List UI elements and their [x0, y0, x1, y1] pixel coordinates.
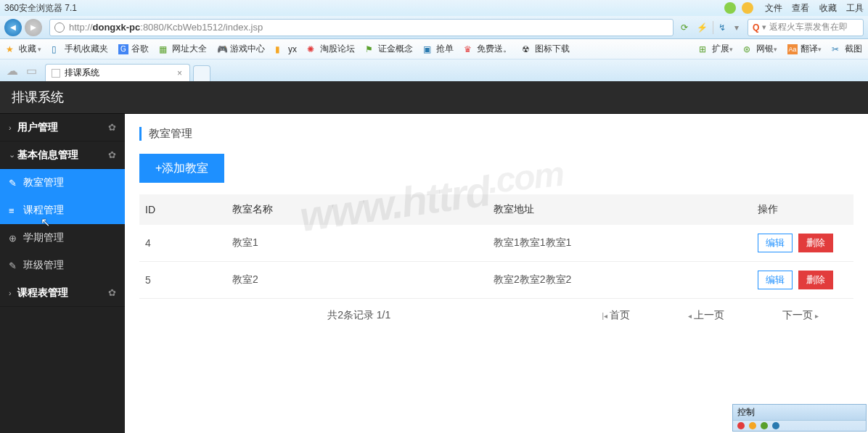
star-icon: ★	[6, 44, 16, 54]
sidebar: › 用户管理 ✿ ⌄ 基本信息管理 ✿ ✎ 教室管理 ≡ 课程管理 ↖ ⊕ 学期…	[0, 114, 125, 433]
pager-prev[interactable]: ◂上一页	[688, 309, 724, 322]
tab-title: 排课系统	[65, 67, 176, 79]
forward-button[interactable]: ►	[25, 19, 42, 36]
google-icon: G	[118, 44, 128, 54]
status-icon-green	[724, 2, 736, 14]
dropdown-icon[interactable]: ▾	[730, 21, 743, 34]
bookmark-phone[interactable]: ▯手机收藏夹	[52, 43, 108, 55]
bookmark-bank[interactable]: ⊛网银 ▾	[743, 43, 777, 55]
prev-icon: ◂	[688, 312, 692, 320]
sidebar-item-class[interactable]: ✎ 班级管理	[0, 252, 125, 279]
search-placeholder: 返程火车票发售在即	[769, 21, 848, 33]
pencil-icon: ✎	[9, 260, 23, 271]
delete-button[interactable]: 删除	[798, 271, 833, 289]
next-icon: ▸	[815, 312, 819, 320]
control-panel-body	[733, 421, 866, 431]
window-title: 360安全浏览器 7.1	[4, 2, 77, 15]
browser-search-box[interactable]: Q ▾ 返程火车票发售在即	[748, 19, 864, 36]
bookmark-sites[interactable]: ▦网址大全	[159, 43, 207, 55]
delete-button[interactable]: 删除	[798, 234, 833, 252]
app-header: 排课系统	[0, 81, 868, 114]
new-tab-button[interactable]	[193, 65, 210, 81]
cloud-icon[interactable]: ☁	[4, 62, 20, 78]
chevron-right-icon: ›	[9, 123, 17, 132]
refresh-icon[interactable]: ⟳	[678, 21, 691, 34]
col-addr: 教室地址	[488, 194, 752, 225]
grid-icon: ▦	[159, 44, 169, 54]
phone-icon: ▯	[52, 44, 62, 54]
chevron-down-icon: ⌄	[9, 150, 17, 160]
favicon	[52, 69, 60, 78]
bookmark-trans[interactable]: Aa翻译 ▾	[787, 43, 822, 55]
restore-icon[interactable]: ▭	[23, 62, 39, 78]
table-row: 5 教室2 教室2教室2教室2 编辑 删除	[139, 262, 853, 299]
translate-icon: Aa	[787, 44, 798, 54]
edit-button[interactable]: 编辑	[758, 234, 793, 252]
chevron-right-icon: ›	[9, 289, 17, 297]
globe-icon	[54, 22, 65, 33]
dot-blue-icon[interactable]	[772, 422, 779, 429]
table-row: 4 教室1 教室1教室1教室1 编辑 删除	[139, 225, 853, 262]
bookmark-free[interactable]: ♛免费送。	[464, 43, 512, 55]
sidebar-group-user[interactable]: › 用户管理 ✿	[0, 114, 125, 141]
edit-button[interactable]: 编辑	[758, 271, 793, 289]
browser-nav-bar: ◄ ► http://dongxk-pc:8080/KcbWeb1512/ind…	[0, 16, 868, 39]
col-ops: 操作	[752, 194, 853, 225]
ext-icon: ⊞	[699, 44, 709, 54]
tab-close-icon[interactable]: ×	[176, 68, 184, 78]
menu-tools[interactable]: 工具	[846, 3, 864, 13]
fire-icon: ✺	[307, 44, 317, 54]
classroom-table: ID 教室名称 教室地址 操作 4 教室1 教室1教室1教室1 编辑 删除	[139, 194, 853, 299]
sidebar-item-term[interactable]: ⊕ 学期管理	[0, 224, 125, 252]
sidebar-group-basic[interactable]: ⌄ 基本信息管理 ✿	[0, 141, 125, 169]
bookmark-taogu[interactable]: ✺淘股论坛	[307, 43, 355, 55]
pager-info: 共2条记录 1/1	[145, 309, 573, 322]
bookmark-snip[interactable]: ✂截图	[832, 43, 862, 55]
bookmark-games[interactable]: 🎮游戏中心	[217, 43, 265, 55]
add-classroom-button[interactable]: +添加教室	[139, 154, 224, 183]
gear-icon[interactable]: ✿	[108, 122, 116, 133]
bookmark-fav[interactable]: ★收藏 ▾	[6, 43, 41, 55]
sidebar-item-course[interactable]: ≡ 课程管理 ↖	[0, 197, 125, 224]
window-title-bar: 360安全浏览器 7.1 文件 查看 收藏 工具	[0, 0, 868, 16]
bookmark-ext[interactable]: ⊞扩展 ▾	[699, 43, 733, 55]
dot-yellow-icon[interactable]	[749, 422, 756, 429]
col-id: ID	[139, 194, 226, 225]
compat-icon[interactable]: ↯	[713, 21, 726, 34]
bookmark-zhengjin[interactable]: ⚑证金概念	[365, 43, 413, 55]
pencil-icon: ✎	[9, 178, 23, 189]
bookmark-icons[interactable]: ☢图标下载	[522, 43, 570, 55]
pager-next[interactable]: 下一页▸	[782, 309, 819, 322]
dot-red-icon[interactable]	[737, 422, 745, 429]
bookmark-google[interactable]: G谷歌	[118, 43, 149, 55]
tab-bar: ☁ ▭ 排课系统 ×	[0, 59, 868, 81]
bolt-icon: ▣	[423, 44, 433, 54]
sidebar-group-schedule[interactable]: › 课程表管理 ✿	[0, 279, 125, 307]
bookmark-yx[interactable]: ▮yx	[275, 44, 297, 54]
url-text: http://dongxk-pc:8080/KcbWeb1512/index.j…	[69, 22, 263, 33]
first-icon: |◂	[602, 312, 607, 320]
link-icon: ▮	[275, 44, 285, 54]
gear-icon[interactable]: ✿	[108, 287, 116, 298]
control-panel[interactable]: 控制	[732, 404, 867, 432]
title-status-icons	[724, 2, 753, 14]
scissors-icon: ✂	[832, 44, 842, 54]
pager-first[interactable]: |◂首页	[602, 309, 630, 322]
url-bar[interactable]: http://dongxk-pc:8080/KcbWeb1512/index.j…	[49, 19, 673, 36]
status-icon-yellow	[742, 2, 753, 14]
menu-view[interactable]: 查看	[792, 3, 809, 13]
dot-green-icon[interactable]	[761, 422, 768, 429]
menu-fav[interactable]: 收藏	[819, 3, 837, 13]
flag-icon: ⚑	[365, 44, 375, 54]
menu-file[interactable]: 文件	[765, 3, 782, 13]
sidebar-item-classroom[interactable]: ✎ 教室管理	[0, 169, 125, 197]
gear-icon[interactable]: ✿	[108, 149, 116, 160]
globe-icon: ⊕	[9, 233, 23, 244]
table-header-row: ID 教室名称 教室地址 操作	[139, 194, 853, 225]
app-title: 排课系统	[12, 88, 64, 106]
bookmark-qiangdan[interactable]: ▣抢单	[423, 43, 454, 55]
main-content: www.httrd .com 教室管理 +添加教室 ID 教室名称 教室地址 操…	[125, 114, 868, 433]
back-button[interactable]: ◄	[4, 19, 22, 36]
browser-tab[interactable]: 排课系统 ×	[45, 64, 190, 81]
flash-icon[interactable]: ⚡	[695, 21, 708, 34]
